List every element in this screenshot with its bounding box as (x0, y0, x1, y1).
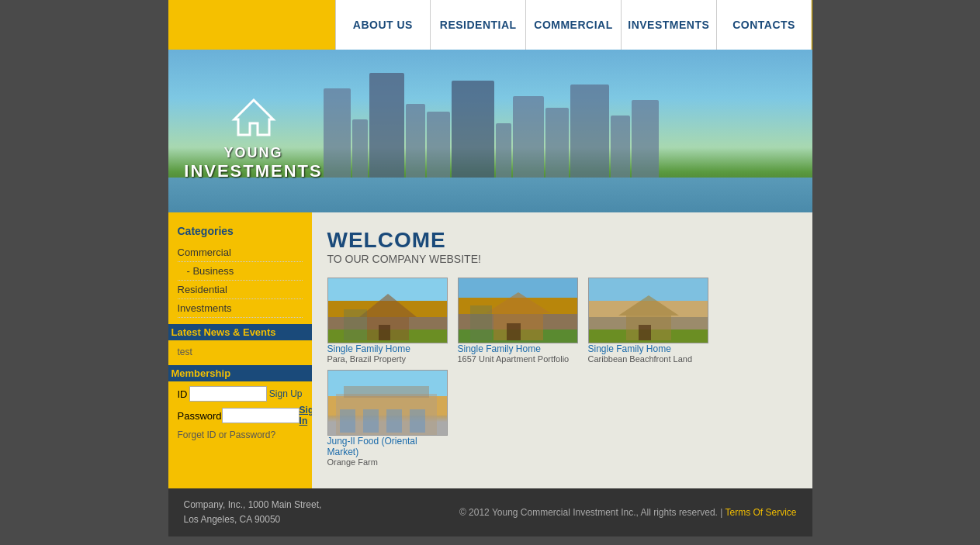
address-line2: Los Angeles, CA 90050 (184, 514, 281, 525)
main-nav: ABOUT US RESIDENTIAL COMMERCIAL INVESTME… (335, 0, 812, 50)
property-desc-3: Caribbean Beachfront Land (588, 354, 712, 364)
building (406, 104, 425, 181)
building (611, 116, 630, 181)
membership-title: Membership (168, 365, 312, 381)
property-image-3 (588, 278, 708, 343)
news-title: Latest News & Events (168, 324, 312, 340)
property-name-4[interactable]: Jung-Il Food (Oriental Market) (327, 436, 452, 457)
nav-investments[interactable]: INVESTMENTS (622, 0, 717, 50)
property-image-2 (458, 278, 578, 343)
building (427, 112, 450, 181)
svg-rect-18 (410, 409, 425, 433)
nav-about[interactable]: ABOUT US (336, 0, 431, 50)
password-input[interactable] (222, 408, 300, 423)
property-item: Single Family Home 1657 Unit Apartment P… (458, 278, 582, 364)
property-image-1 (327, 278, 448, 343)
svg-rect-9 (470, 305, 492, 340)
svg-rect-4 (379, 325, 390, 340)
logo-area: YOUNG INVESTMENTS (176, 96, 331, 181)
svg-marker-2 (359, 294, 417, 317)
nav-commercial[interactable]: COMMERCIAL (526, 0, 622, 50)
svg-rect-5 (344, 309, 367, 340)
property-item: Single Family Home Caribbean Beachfront … (588, 278, 712, 364)
logo-investments: INVESTMENTS (176, 161, 331, 181)
id-label: ID (178, 388, 188, 400)
property-item: Single Family Home Para, Brazil Property (327, 278, 452, 364)
footer-copyright: © 2012 Young Commercial Investment Inc.,… (459, 507, 797, 518)
property-item: Jung-Il Food (Oriental Market) Orange Fa… (327, 370, 452, 467)
sidebar-investments[interactable]: Investments (178, 299, 303, 318)
svg-rect-8 (507, 323, 521, 340)
logo-icon (176, 96, 331, 145)
categories-title: Categories (178, 225, 303, 237)
logo-young: YOUNG (176, 145, 331, 161)
footer-address: Company, Inc., 1000 Main Street, Los Ang… (184, 498, 322, 527)
svg-rect-17 (386, 409, 402, 433)
property-name-2[interactable]: Single Family Home (458, 343, 582, 354)
property-name-3[interactable]: Single Family Home (588, 343, 712, 354)
welcome-title: WELCOME (327, 228, 797, 253)
svg-rect-15 (340, 409, 355, 433)
building (496, 123, 511, 181)
hero-water (168, 178, 812, 212)
sidebar: Categories Commercial - Business Residen… (168, 212, 312, 488)
footer: Company, Inc., 1000 Main Street, Los Ang… (168, 488, 812, 536)
copyright-text: © 2012 Young Commercial Investment Inc.,… (459, 507, 722, 518)
main-content: Categories Commercial - Business Residen… (168, 212, 812, 488)
svg-rect-16 (363, 409, 379, 433)
membership-id-row: ID Sign Up (178, 386, 303, 402)
nav-contacts[interactable]: CONTACTS (717, 0, 812, 50)
svg-marker-0 (234, 100, 273, 135)
building (570, 85, 609, 181)
building (545, 108, 569, 181)
forget-link[interactable]: Forget ID or Password? (178, 429, 303, 440)
news-item-test[interactable]: test (178, 345, 303, 359)
hero-buildings (324, 65, 812, 181)
property-desc-4: Orange Farm (327, 457, 452, 467)
building (452, 81, 494, 181)
nav-residential[interactable]: RESIDENTIAL (431, 0, 526, 50)
property-image-4 (327, 370, 448, 436)
top-bar: ABOUT US RESIDENTIAL COMMERCIAL INVESTME… (168, 0, 812, 50)
property-grid: Single Family Home Para, Brazil Property… (327, 278, 797, 473)
welcome-subtitle: TO OUR COMPANY WEBSITE! (327, 253, 797, 265)
content-area: WELCOME TO OUR COMPANY WEBSITE! (312, 212, 812, 488)
password-label: Password (178, 410, 222, 422)
id-input[interactable] (189, 386, 267, 402)
svg-rect-14 (344, 386, 429, 398)
terms-of-service-link[interactable]: Terms Of Service (725, 507, 796, 518)
property-desc-2: 1657 Unit Apartment Portfolio (458, 354, 582, 364)
property-desc-1: Para, Brazil Property (327, 354, 452, 364)
building (513, 96, 544, 181)
property-name-1[interactable]: Single Family Home (327, 343, 452, 354)
building (352, 119, 368, 181)
svg-marker-6 (486, 292, 551, 313)
building (632, 100, 659, 181)
svg-rect-12 (639, 325, 651, 340)
membership-password-row: Password Sign In (178, 405, 303, 426)
building (369, 73, 404, 181)
signup-link[interactable]: Sign Up (269, 388, 303, 399)
sidebar-commercial[interactable]: Commercial (178, 243, 303, 262)
sidebar-business[interactable]: - Business (178, 262, 303, 281)
hero-banner: YOUNG INVESTMENTS (168, 50, 812, 212)
address-line1: Company, Inc., 1000 Main Street, (184, 499, 322, 510)
sidebar-residential[interactable]: Residential (178, 281, 303, 299)
svg-marker-10 (618, 295, 679, 316)
